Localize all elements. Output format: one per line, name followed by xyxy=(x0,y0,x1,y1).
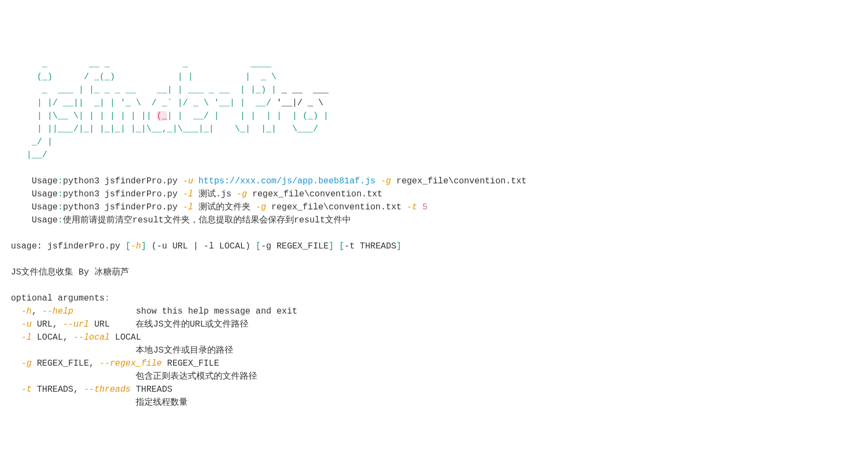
arg-regex-file: -g REGEX_FILE, --regex_file REGEX_FILE 包… xyxy=(11,359,257,381)
description-text: JS文件信息收集 By 冰糖葫芦 xyxy=(11,267,129,277)
arg-url: -u URL, --url URL 在线JS文件的URL或文件路径 xyxy=(11,320,248,329)
terminal-output: _ __ _ _ ____ (_) / _(_) | | | _ \ _ ___… xyxy=(11,58,857,409)
usage-syntax-line: usage: jsfinderPro.py [-h] (-u URL | -l … xyxy=(11,241,401,251)
usage-example-2: Usage:python3 jsfinderPro.py -l 测试.js -g… xyxy=(11,189,382,199)
usage-example-3: Usage:python3 jsfinderPro.py -l 测试的文件夹 -… xyxy=(11,202,427,212)
cursor: (_ xyxy=(157,111,167,121)
usage-example-1: Usage:python3 jsfinderPro.py -u https://… xyxy=(11,176,527,186)
usage-note: Usage:使用前请提前清空result文件夹，信息提取的结果会保存到resul… xyxy=(11,215,351,225)
arg-help: -h, --help show this help message and ex… xyxy=(11,307,297,316)
arg-threads: -t THREADS, --threads THREADS 指定线程数量 xyxy=(11,385,188,407)
optional-args-header: optional arguments: xyxy=(11,294,110,303)
arg-local: -l LOCAL, --local LOCAL 本地JS文件或目录的路径 xyxy=(11,333,233,355)
ascii-art-banner: _ __ _ _ ____ (_) / _(_) | | | _ \ _ ___… xyxy=(11,59,329,160)
